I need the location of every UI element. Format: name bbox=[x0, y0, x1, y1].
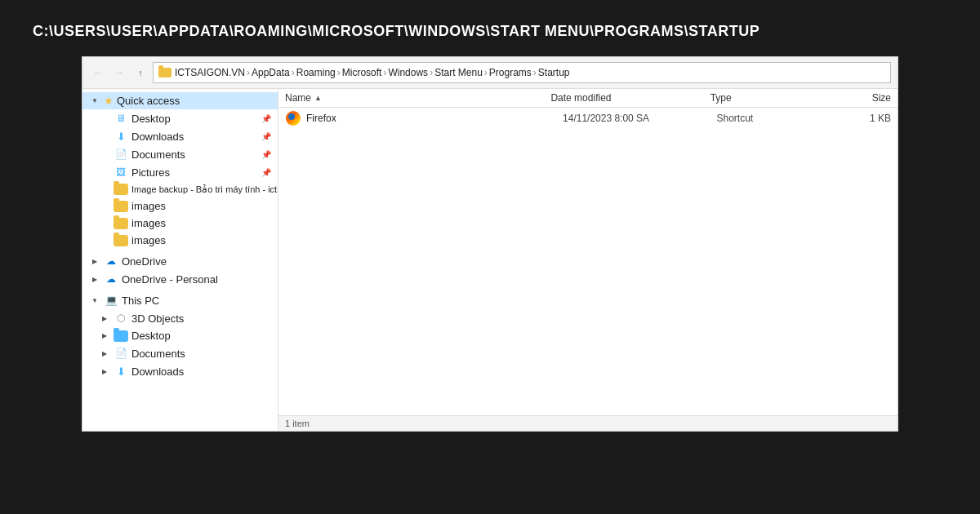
col-header-type[interactable]: Type bbox=[710, 92, 817, 104]
sidebar-item-quick-access[interactable]: ★ Quick access bbox=[82, 92, 278, 109]
sidebar-label-images3: images bbox=[131, 234, 166, 246]
quick-access-label: Quick access bbox=[117, 95, 180, 107]
sidebar-item-documents[interactable]: 📄 Documents 📌 bbox=[82, 145, 278, 163]
sidebar-item-desktop-pc[interactable]: Desktop bbox=[82, 327, 278, 344]
sidebar-item-thispc[interactable]: 💻 This PC bbox=[82, 291, 278, 309]
title-bar: C:\USERS\USER\APPDATA\ROAMING\MICROSOFT\… bbox=[0, 0, 980, 56]
documents-pc-icon: 📄 bbox=[114, 347, 128, 360]
pin-icon-downloads: 📌 bbox=[261, 132, 271, 141]
content-pane: Name ▲ Date modified Type Size bbox=[278, 89, 898, 431]
path-title: C:\USERS\USER\APPDATA\ROAMING\MICROSOFT\… bbox=[33, 23, 760, 40]
path-segment-6: Start Menu bbox=[434, 67, 483, 78]
expand-arrow-downloads-pc bbox=[99, 366, 110, 377]
expand-arrow-3dobjects bbox=[99, 312, 110, 324]
folder-icon-images1 bbox=[114, 201, 128, 212]
sidebar-item-images2[interactable]: images bbox=[82, 215, 278, 232]
sidebar: ★ Quick access 🖥 Desktop 📌 ⬇ Downloads 📌… bbox=[82, 89, 278, 431]
sidebar-label-images2: images bbox=[131, 217, 166, 229]
sidebar-label-onedrive-personal: OneDrive - Personal bbox=[122, 273, 218, 286]
expand-arrow-documents-pc bbox=[99, 348, 110, 359]
pictures-icon: 🖼 bbox=[114, 166, 128, 179]
file-date-firefox: 14/11/2023 8:00 SA bbox=[563, 113, 716, 124]
sidebar-label-downloads-pc: Downloads bbox=[131, 366, 184, 378]
col-name-label: Name bbox=[285, 92, 311, 104]
sidebar-item-image-backup[interactable]: Image backup - Bảo trì máy tính - ictsai… bbox=[82, 181, 278, 197]
star-icon: ★ bbox=[104, 95, 114, 107]
folder-icon-address bbox=[158, 68, 172, 78]
status-text: 1 item bbox=[285, 419, 310, 428]
sidebar-label-onedrive: OneDrive bbox=[122, 255, 167, 268]
onedrive-icon: ☁ bbox=[104, 255, 118, 268]
sidebar-item-pictures[interactable]: 🖼 Pictures 📌 bbox=[82, 163, 278, 181]
sidebar-label-desktop: Desktop bbox=[131, 113, 171, 125]
downloads-pc-icon: ⬇ bbox=[114, 365, 128, 378]
file-size-firefox: 1 KB bbox=[819, 113, 891, 124]
up-button[interactable]: ↑ bbox=[131, 64, 149, 82]
address-bar: ← → ↑ ICTSAIGON.VN › AppData › Roaming ›… bbox=[82, 57, 898, 89]
sidebar-item-images3[interactable]: images bbox=[82, 232, 278, 249]
sidebar-item-3dobjects[interactable]: ⬡ 3D Objects bbox=[82, 309, 278, 327]
file-name-firefox: Firefox bbox=[306, 113, 563, 124]
sidebar-label-image-backup: Image backup - Bảo trì máy tính - ictsai… bbox=[131, 184, 278, 195]
desktop-icon: 🖥 bbox=[114, 112, 128, 125]
desktop-pc-icon bbox=[114, 330, 128, 342]
back-button[interactable]: ← bbox=[89, 64, 107, 82]
path-segment-4: Microsoft bbox=[342, 67, 382, 78]
sort-arrow-icon: ▲ bbox=[314, 94, 322, 102]
col-date-label: Date modified bbox=[550, 92, 611, 104]
status-bar: 1 item bbox=[278, 415, 898, 431]
folder-icon-image-backup bbox=[114, 184, 128, 195]
path-segment-2: AppData bbox=[252, 67, 290, 78]
col-header-size[interactable]: Size bbox=[817, 92, 891, 104]
col-header-date[interactable]: Date modified bbox=[550, 92, 710, 104]
3dobjects-icon: ⬡ bbox=[114, 312, 128, 325]
path-segment-8: Startup bbox=[538, 67, 570, 78]
sidebar-item-desktop[interactable]: 🖥 Desktop 📌 bbox=[82, 109, 278, 127]
thispc-icon: 💻 bbox=[104, 294, 118, 307]
sidebar-item-downloads-pc[interactable]: ⬇ Downloads bbox=[82, 362, 278, 380]
sidebar-item-images1[interactable]: images bbox=[82, 197, 278, 215]
pin-icon-documents: 📌 bbox=[261, 150, 271, 159]
sidebar-item-onedrive-personal[interactable]: ☁ OneDrive - Personal bbox=[82, 270, 278, 288]
explorer-window: ← → ↑ ICTSAIGON.VN › AppData › Roaming ›… bbox=[82, 56, 898, 432]
expand-arrow-desktop-pc bbox=[99, 330, 110, 342]
address-path[interactable]: ICTSAIGON.VN › AppData › Roaming › Micro… bbox=[153, 62, 891, 83]
expand-arrow-onedrive bbox=[89, 255, 100, 267]
sidebar-label-documents-pc: Documents bbox=[131, 348, 185, 360]
firefox-file-icon bbox=[285, 110, 301, 126]
column-headers: Name ▲ Date modified Type Size bbox=[278, 89, 898, 108]
sidebar-label-thispc: This PC bbox=[122, 295, 159, 307]
folder-icon-images2 bbox=[114, 218, 128, 229]
downloads-icon: ⬇ bbox=[114, 130, 128, 143]
sidebar-label-desktop-pc: Desktop bbox=[131, 330, 171, 342]
sidebar-item-onedrive[interactable]: ☁ OneDrive bbox=[82, 252, 278, 270]
path-segment-7: Programs bbox=[489, 67, 532, 78]
sidebar-label-downloads: Downloads bbox=[131, 131, 184, 143]
path-segment-5: Windows bbox=[388, 67, 428, 78]
expand-arrow-onedrive-personal bbox=[89, 273, 100, 285]
file-type-firefox: Shortcut bbox=[716, 113, 819, 124]
expand-arrow-quick-access bbox=[89, 95, 100, 107]
sidebar-label-3dobjects: 3D Objects bbox=[131, 312, 184, 325]
file-list: Firefox 14/11/2023 8:00 SA Shortcut 1 KB bbox=[278, 108, 898, 415]
file-row-firefox[interactable]: Firefox 14/11/2023 8:00 SA Shortcut 1 KB bbox=[278, 108, 898, 129]
folder-icon-images3 bbox=[114, 235, 128, 246]
sidebar-label-pictures: Pictures bbox=[131, 166, 170, 179]
forward-button[interactable]: → bbox=[110, 64, 128, 82]
sidebar-label-documents: Documents bbox=[131, 148, 185, 161]
col-type-label: Type bbox=[710, 92, 732, 104]
sidebar-item-documents-pc[interactable]: 📄 Documents bbox=[82, 344, 278, 362]
pin-icon-pictures: 📌 bbox=[261, 168, 271, 177]
onedrive-personal-icon: ☁ bbox=[104, 273, 118, 286]
documents-icon: 📄 bbox=[114, 148, 128, 161]
pin-icon-desktop: 📌 bbox=[261, 114, 271, 123]
expand-arrow-thispc bbox=[89, 295, 100, 306]
col-size-label: Size bbox=[872, 92, 891, 104]
sidebar-item-downloads[interactable]: ⬇ Downloads 📌 bbox=[82, 127, 278, 145]
sidebar-label-images1: images bbox=[131, 200, 166, 212]
path-segment-1: ICTSAIGON.VN bbox=[175, 67, 245, 78]
path-segment-3: Roaming bbox=[296, 67, 336, 78]
col-header-name[interactable]: Name ▲ bbox=[285, 92, 550, 104]
